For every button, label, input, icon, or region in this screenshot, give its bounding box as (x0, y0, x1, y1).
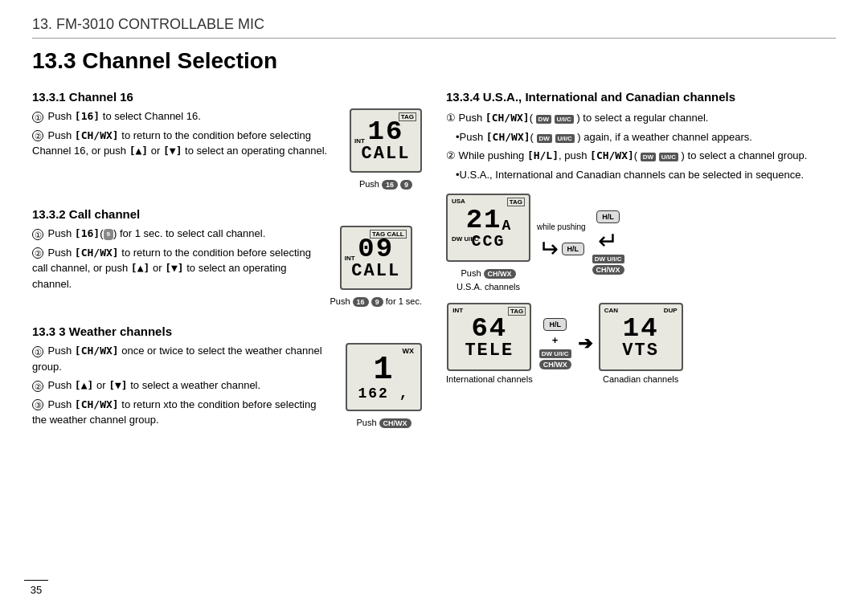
subsection-weather: 13.3 3 Weather channels ① Push [CH/WX] o… (32, 324, 422, 431)
wx-label: WX (403, 347, 415, 355)
uic-badge: U/I/C (555, 115, 574, 124)
hl-button-right: H/L (596, 210, 620, 223)
btn-9: 9 (371, 297, 383, 307)
section-title: 13.3 Channel Selection (32, 48, 836, 74)
arrow-left-area: while pushing ↵ H/L (537, 222, 586, 263)
usa-diagram: TAG USA DW U/I/C 21 A CCG Push CH/WX U.S… (446, 194, 530, 292)
usa-lcd: TAG USA DW U/I/C 21 A CCG (446, 194, 530, 262)
dw-label: DW U/I/C (452, 235, 479, 243)
weather-lcd: WX 1 162 , (346, 343, 422, 411)
step-num: ① (32, 346, 43, 357)
right-column: 13.3.4 U.S.A., International and Canadia… (446, 90, 836, 449)
subsection-channel16: 13.3.1 Channel 16 ① Push [16] to select … (32, 90, 422, 190)
lcd-small: 162 , (358, 386, 409, 401)
canadian-diagram: CAN DUP 14 VTS Canadian channels (599, 303, 683, 384)
lcd-small: VTS (622, 342, 659, 360)
hl-btn-right: H/L ↵ DW U/I/C CH/WX (592, 210, 624, 275)
lcd-big: 1 (373, 354, 394, 386)
channel16-lcd: TAG INT 16 CALL (350, 108, 422, 173)
callchannel-lcd: TAG CALL INT 09 CALL (340, 226, 412, 290)
usa-channel-label: U.S.A. channels (457, 282, 520, 292)
btn-9-outline: 9 (104, 229, 113, 240)
step-num: ① (32, 112, 43, 123)
btn-9: 9 (400, 180, 412, 190)
uic-badge: U/I/C (555, 134, 575, 143)
left-column: 13.3.1 Channel 16 ① Push [16] to select … (32, 90, 422, 449)
step-num: ② (32, 130, 43, 141)
dw-badge: DW (641, 153, 656, 161)
page-number: 35 (24, 580, 48, 596)
subsection-channel16-title: 13.3.1 Channel 16 (32, 90, 422, 104)
lcd-small: CALL (351, 263, 400, 280)
canadian-lcd: CAN DUP 14 VTS (599, 303, 683, 371)
hl-button: H/L (562, 243, 585, 255)
btn-chWX: CH/WX (379, 418, 411, 428)
btn-chWX: CH/WX (484, 269, 516, 279)
push-label-callchannel: Push 16 9 for 1 sec. (330, 296, 422, 307)
plus-sign: + (552, 334, 559, 346)
lcd-small: TELE (465, 342, 514, 360)
lcd-big: 14 (623, 315, 659, 342)
hl-button-mid: H/L (543, 318, 567, 331)
dw-badge: DW (536, 115, 551, 124)
step-num: ① (446, 112, 456, 124)
step-num: ② (32, 247, 43, 259)
channel16-text: ① Push [16] to select Channel 16. ② Push… (32, 108, 337, 162)
tag-call-label: TAG CALL (370, 230, 407, 239)
dw-badge-right: DW U/I/C (592, 255, 624, 263)
intl-lcd: TAG INT 64 TELE (447, 303, 531, 371)
page-header: 13. FM-3010 CONTROLLABLE MIC (32, 16, 836, 39)
lcd-suffix: A (502, 218, 511, 234)
subsection-callchannel-title: 13.3.2 Call channel (32, 207, 422, 221)
dup-label: DUP (664, 307, 678, 314)
callchannel-text: ① Push [16](9) for 1 sec. to select call… (32, 226, 317, 295)
arrow-right-area: H/L ↵ DW U/I/C CH/WX (592, 210, 624, 275)
subsection-callchannel: 13.3.2 Call channel ① Push [16](9) for 1… (32, 207, 422, 307)
dw-badge: DW (537, 134, 552, 143)
intl-diagram: TAG INT 64 TELE International channels (446, 303, 533, 384)
lcd-big: 09 (358, 235, 394, 263)
int-label: INT (345, 255, 355, 262)
tag-label: TAG (399, 112, 416, 121)
tag-label: TAG (507, 198, 525, 206)
btn-16: 16 (353, 297, 369, 307)
btn-16: 16 (382, 180, 398, 190)
int-label: INT (452, 307, 463, 314)
btn-chWX-mid: CH/WX (539, 360, 571, 369)
intl-channel-label: International channels (446, 374, 533, 384)
can-label: CAN (604, 307, 618, 314)
lcd-small: CALL (362, 145, 411, 163)
int-label: INT (354, 137, 365, 145)
push-label-weather: Push CH/WX (356, 418, 411, 428)
right-section-title: 13.3.4 U.S.A., International and Canadia… (446, 90, 836, 104)
lcd-big: 21 (466, 206, 502, 234)
push-label-channel16: Push 16 9 (359, 179, 412, 190)
lcd-big: 64 (471, 315, 507, 342)
right-text: ① Push [CH/WX]( DW U/I/C ) to select a r… (446, 110, 836, 182)
subsection-weather-title: 13.3 3 Weather channels (32, 324, 422, 338)
middle-buttons: H/L + DW U/I/C CH/WX (539, 318, 571, 369)
usa-label: USA (452, 198, 465, 205)
step-num: ② (32, 381, 43, 392)
while-pushing-label: while pushing (537, 222, 586, 231)
step-num: ③ (32, 399, 43, 410)
canadian-channel-label: Canadian channels (603, 374, 678, 384)
uic-badge: U/I/C (659, 153, 678, 161)
btn-chWX-right: CH/WX (592, 265, 624, 275)
dw-uic-mid: DW U/I/C (539, 349, 571, 358)
arrow-right-intl: ➔ (578, 333, 592, 354)
curved-arrow-right: ↵ (598, 226, 618, 255)
tag-label: TAG (508, 307, 526, 316)
weather-diagram: WX 1 162 , Push CH/WX (346, 343, 422, 428)
channel16-diagram: TAG INT 16 CALL Push 16 9 (350, 108, 422, 190)
callchannel-diagram: TAG CALL INT 09 CALL Push 16 9 for 1 sec… (330, 226, 422, 307)
lcd-big: 16 (368, 118, 404, 145)
curved-arrow-left: ↵ (538, 235, 559, 263)
weather-text: ① Push [CH/WX] once or twice to select t… (32, 343, 333, 431)
step-num: ② (446, 149, 456, 161)
push-label-usa: Push CH/WX (461, 268, 515, 279)
step-num: ① (32, 229, 43, 240)
